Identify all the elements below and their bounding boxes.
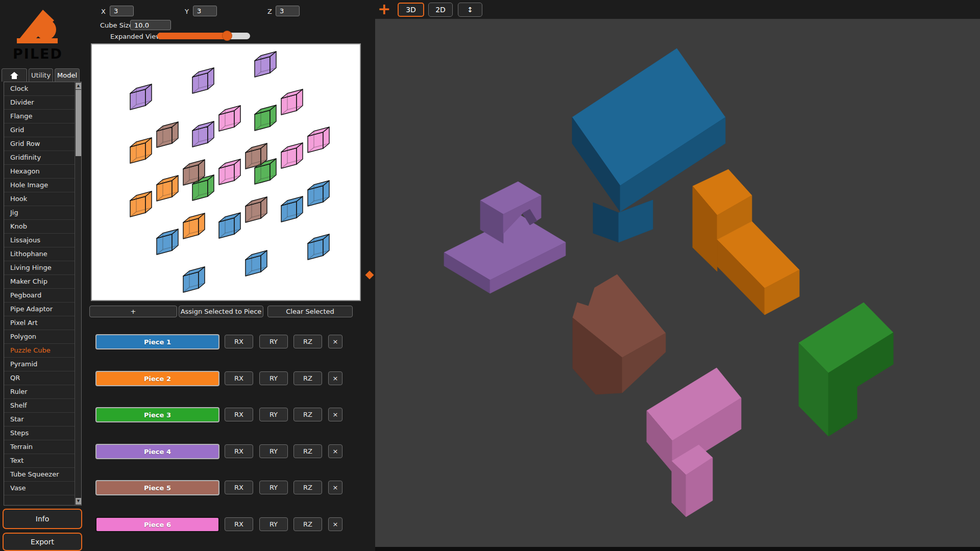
preview-cube[interactable] [308,127,329,153]
model-list-item[interactable]: Knob [4,220,76,234]
piece-2-orange[interactable] [693,169,799,315]
piece-select-button-5[interactable]: Piece 5 [95,480,219,495]
fit-view-button[interactable]: ↕ [458,3,482,17]
model-list-item[interactable]: Divider [4,96,76,110]
model-list-item[interactable]: Puzzle Cube [4,344,76,358]
piece-select-button-2[interactable]: Piece 2 [95,371,219,386]
model-list-item[interactable]: Flange [4,110,76,123]
scrollbar-down-icon[interactable]: ▼ [76,498,81,505]
rotate-z-button-6[interactable]: RZ [293,517,322,531]
preview-cube[interactable] [157,229,178,255]
model-list-scrollbar[interactable]: ▲ ▼ [75,82,81,505]
model-list-item[interactable]: Pipe Adaptor [4,303,76,316]
preview-cube[interactable] [219,159,240,185]
splitter-handle[interactable] [365,271,374,280]
piece-4-purple[interactable] [444,182,566,293]
delete-piece-button-2[interactable]: × [328,371,342,385]
model-list-item[interactable]: Gridfinity [4,151,76,165]
model-list-item[interactable]: Pegboard [4,289,76,303]
preview-cube[interactable] [183,267,205,292]
rotate-z-button-1[interactable]: RZ [293,335,322,348]
model-list-item[interactable]: Grid Row [4,137,76,151]
z-input[interactable] [276,6,300,16]
preview-cube[interactable] [308,234,329,260]
model-list-item[interactable]: Pyramid [4,358,76,371]
piece-5-brown[interactable] [573,274,666,394]
preview-cube[interactable] [246,251,267,276]
preview-cube[interactable] [183,213,205,239]
model-list-item[interactable]: Living Hinge [4,261,76,275]
model-list-item[interactable]: Hexagon [4,165,76,179]
model-list-item[interactable]: Clock [4,82,76,96]
preview-cube[interactable] [130,138,152,163]
preview-cube[interactable] [308,181,329,206]
rotate-y-button-6[interactable]: RY [259,517,288,531]
preview-cube[interactable] [246,197,267,222]
preview-cube[interactable] [192,68,214,93]
model-list-item[interactable]: Text [4,454,76,468]
cube-size-input[interactable] [130,20,171,30]
preview-cube[interactable] [130,84,152,110]
tab-utility[interactable]: Utility [29,68,53,82]
model-list-item[interactable]: Maker Chip [4,275,76,289]
model-list-item[interactable]: Hole Image [4,179,76,192]
clear-selected-button[interactable]: Clear Selected [267,306,353,317]
delete-piece-button-3[interactable]: × [328,408,342,421]
delete-piece-button-1[interactable]: × [328,335,342,348]
rotate-y-button-2[interactable]: RY [259,371,288,385]
scrollbar-up-icon[interactable]: ▲ [76,83,81,89]
slider-handle[interactable] [222,31,232,41]
preview-cube[interactable] [281,89,303,115]
export-button[interactable]: Export [3,533,82,551]
model-list-item[interactable]: QR [4,371,76,385]
preview-cube[interactable] [255,52,276,77]
model-list-item[interactable]: Vase [4,482,76,495]
view-3d-button[interactable]: 3D [398,3,424,17]
rotate-y-button-1[interactable]: RY [259,335,288,348]
model-list-item[interactable]: Pixel Art [4,316,76,330]
model-list-item[interactable]: Hook [4,192,76,206]
rotate-x-button-4[interactable]: RX [225,444,253,458]
rotate-z-button-5[interactable]: RZ [293,481,322,494]
model-list-item[interactable]: Tube Squeezer [4,468,76,482]
piece-3-green[interactable] [799,303,893,436]
rotate-z-button-4[interactable]: RZ [293,444,322,458]
rotate-y-button-5[interactable]: RY [259,481,288,494]
rotate-x-button-6[interactable]: RX [225,517,253,531]
expanded-view-slider[interactable] [157,33,250,39]
model-list-item[interactable]: Grid [4,123,76,137]
model-list-item[interactable]: Lissajous [4,234,76,247]
x-input[interactable] [110,6,134,16]
y-input[interactable] [193,6,217,16]
model-list-item[interactable]: Jig [4,206,76,220]
piece-select-button-6[interactable]: Piece 6 [95,517,219,532]
viewport-3d[interactable] [375,19,980,547]
model-list-item[interactable]: Lithophane [4,247,76,261]
piece-6-pink[interactable] [647,368,741,517]
rotate-x-button-3[interactable]: RX [225,408,253,421]
info-button[interactable]: Info [3,509,82,529]
preview-cube[interactable] [130,191,152,217]
tab-model[interactable]: Model [55,68,80,82]
preview-canvas[interactable] [91,43,361,301]
model-list-item[interactable]: Terrain [4,440,76,454]
model-list-item[interactable]: Polygon [4,330,76,344]
preview-cube[interactable] [255,105,276,131]
scrollbar-thumb[interactable] [76,90,81,156]
preview-cube[interactable] [219,106,240,131]
preview-cube[interactable] [281,143,303,168]
model-list-item[interactable]: Ruler [4,385,76,399]
rotate-x-button-1[interactable]: RX [225,335,253,348]
preview-cube[interactable] [219,213,240,238]
rotate-y-button-4[interactable]: RY [259,444,288,458]
delete-piece-button-5[interactable]: × [328,481,342,494]
rotate-x-button-2[interactable]: RX [225,371,253,385]
piece-select-button-3[interactable]: Piece 3 [95,407,219,422]
viewport-add-icon[interactable]: + [378,0,390,18]
rotate-z-button-2[interactable]: RZ [293,371,322,385]
rotate-y-button-3[interactable]: RY [259,408,288,421]
assign-selected-button[interactable]: Assign Selected to Piece [179,306,263,317]
model-list-item[interactable]: Star [4,413,76,427]
preview-cube[interactable] [157,122,178,147]
preview-cube[interactable] [157,176,178,201]
